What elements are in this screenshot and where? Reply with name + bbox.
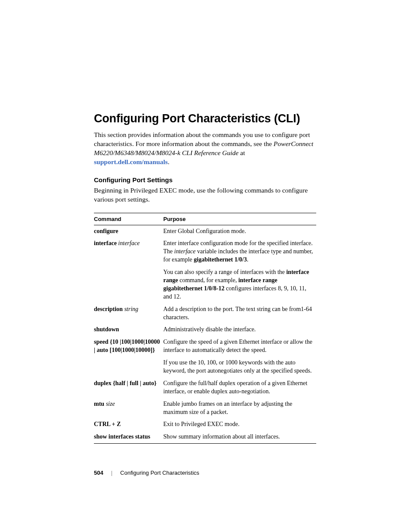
purpose-speed-p2: If you use the 10, 100, or 1000 keywords… bbox=[163, 359, 314, 375]
page-footer: 504|Configuring Port Characteristics bbox=[94, 470, 316, 476]
cmd-speed: speed {10 |100|1000|10000 | auto [100|10… bbox=[94, 339, 160, 353]
footer-section: Configuring Port Characteristics bbox=[120, 470, 199, 476]
page-title: Configuring Port Characteristics (CLI) bbox=[94, 112, 316, 125]
table-row: interface interface Enter interface conf… bbox=[94, 237, 316, 303]
purpose-configure: Enter Global Configuration mode. bbox=[163, 225, 316, 237]
table-row: speed {10 |100|1000|10000 | auto [100|10… bbox=[94, 336, 316, 377]
footer-separator: | bbox=[111, 470, 112, 476]
table-row: description string Add a description to … bbox=[94, 303, 316, 324]
cmd-description-kw: description bbox=[94, 306, 123, 312]
purpose-description: Add a description to the port. The text … bbox=[163, 303, 316, 324]
th-command: Command bbox=[94, 213, 163, 225]
intro-paragraph: This section provides information about … bbox=[94, 131, 316, 167]
table-row: shutdown Administratively disable the in… bbox=[94, 324, 316, 336]
command-table: Command Purpose configure Enter Global C… bbox=[94, 213, 316, 444]
subheading-intro: Beginning in Privileged EXEC mode, use t… bbox=[94, 186, 316, 204]
support-link[interactable]: support.dell.com/manuals bbox=[94, 158, 168, 165]
purpose-ctrlz: Exit to Privileged EXEC mode. bbox=[163, 418, 316, 431]
cmd-interface-arg: interface bbox=[118, 240, 140, 246]
cmd-mtu-kw: mtu bbox=[94, 401, 104, 407]
purpose-showint: Show summary information about all inter… bbox=[163, 431, 316, 443]
purpose-speed-p1: Configure the speed of a given Ethernet … bbox=[163, 338, 314, 355]
cmd-showint: show interfaces status bbox=[94, 433, 150, 440]
document-page: Configuring Port Characteristics (CLI) T… bbox=[0, 0, 411, 528]
cmd-mtu-arg: size bbox=[106, 401, 115, 407]
table-row: mtu size Enable jumbo frames on an inter… bbox=[94, 398, 316, 419]
cmd-ctrlz: CTRL + Z bbox=[94, 421, 121, 427]
cmd-configure: configure bbox=[94, 228, 118, 234]
cmd-shutdown: shutdown bbox=[94, 326, 119, 333]
cmd-duplex: duplex {half | full | auto} bbox=[94, 380, 156, 386]
table-row: CTRL + Z Exit to Privileged EXEC mode. bbox=[94, 418, 316, 431]
subheading: Configuring Port Settings bbox=[94, 176, 316, 184]
purpose-duplex: Configure the full/half duplex operation… bbox=[163, 377, 316, 398]
intro-text-2: at bbox=[239, 149, 245, 156]
th-purpose: Purpose bbox=[163, 213, 316, 225]
page-number: 504 bbox=[94, 470, 103, 476]
table-row: duplex {half | full | auto} Configure th… bbox=[94, 377, 316, 398]
intro-text-3: . bbox=[168, 158, 169, 165]
table-row: configure Enter Global Configuration mod… bbox=[94, 225, 316, 237]
purpose-interface-p1: Enter interface configuration mode for t… bbox=[163, 240, 314, 264]
cmd-description-arg: string bbox=[124, 306, 138, 312]
purpose-shutdown: Administratively disable the interface. bbox=[163, 324, 316, 336]
purpose-mtu: Enable jumbo frames on an interface by a… bbox=[163, 398, 316, 419]
table-row: show interfaces status Show summary info… bbox=[94, 431, 316, 443]
purpose-interface-p2: You can also specify a range of interfac… bbox=[163, 268, 314, 301]
cmd-interface-kw: interface bbox=[94, 240, 117, 246]
